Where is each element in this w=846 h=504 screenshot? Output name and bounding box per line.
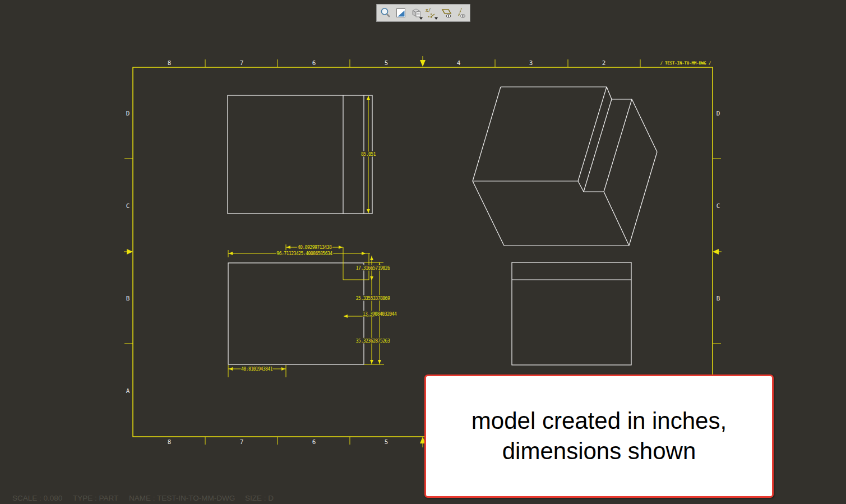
dimension-value[interactable]: 40.89299713438 (298, 245, 332, 250)
zone-label: 7 (240, 59, 244, 67)
annotation-line-1: model created in inches, (471, 406, 727, 436)
status-name: NAME : TEST-IN-TO-MM-DWG (129, 494, 235, 502)
sheet-icon (395, 7, 407, 19)
dropdown-arrow-icon (434, 17, 438, 20)
zone-label: 5 (385, 438, 389, 446)
annotation-note: model created in inches, dimensions show… (424, 374, 774, 498)
zone-label: C (126, 202, 130, 210)
axis-display-icon (455, 7, 467, 19)
bottom-view[interactable] (228, 263, 364, 364)
zone-label: D (126, 110, 130, 117)
zone-label: 8 (168, 438, 172, 446)
zone-label: 3 (529, 59, 533, 67)
zone-label: 4 (457, 59, 461, 67)
status-size: SIZE : D (245, 494, 274, 502)
zone-label: D (716, 110, 720, 117)
dimension-value[interactable]: 96.71123425.40086585634 (276, 251, 332, 256)
datum-display-button[interactable]: x/ (424, 6, 438, 20)
sheet-repaint-button[interactable] (394, 6, 408, 20)
zone-label: 2 (602, 59, 606, 67)
annotation-line-2: dimensions shown (502, 436, 696, 466)
front-view-dimension[interactable]: 85.051 (361, 96, 376, 213)
zoom-tool-button[interactable] (379, 6, 393, 20)
bottom-view-dimensions[interactable]: 40.89299713438 96.71123425.40086585634 1… (228, 244, 397, 377)
top-view[interactable] (512, 262, 631, 365)
zone-label: B (126, 295, 130, 302)
status-type: TYPE : PART (73, 494, 118, 502)
zone-label: B (716, 295, 720, 302)
cad-window: x/ (0, 0, 846, 504)
dimension-value[interactable]: 40.8101943841 (241, 367, 273, 372)
zone-label: 7 (240, 438, 244, 446)
zone-label: 6 (312, 59, 316, 67)
svg-text:x/: x/ (426, 8, 431, 13)
zone-label: A (126, 387, 130, 395)
isometric-view[interactable] (473, 87, 657, 246)
dimension-value[interactable]: 17.31665719026 (356, 266, 390, 271)
sheet-title: / TEST-IN-TO-MM-DWG / (660, 61, 711, 66)
dimension-value[interactable]: 13.39084032044 (363, 312, 397, 317)
plane-display-icon (439, 7, 452, 19)
magnifier-icon (380, 7, 392, 19)
status-scale: SCALE : 0.080 (12, 494, 62, 502)
zone-label: 8 (168, 59, 172, 67)
front-view[interactable] (228, 95, 372, 214)
axis-display-button[interactable] (454, 6, 468, 20)
dropdown-arrow-icon (419, 17, 423, 20)
dimension-value[interactable]: 85.051 (361, 152, 376, 157)
zone-label: 5 (385, 59, 389, 67)
dimension-value[interactable]: 35.32362875263 (356, 339, 390, 344)
dimension-value[interactable]: 25.33553378869 (356, 296, 390, 301)
plane-display-button[interactable] (438, 6, 452, 20)
zone-label: C (716, 202, 720, 210)
model-views-button[interactable] (409, 6, 423, 20)
zone-label: 6 (312, 438, 316, 446)
datum-display-toolbar: x/ (376, 4, 470, 22)
